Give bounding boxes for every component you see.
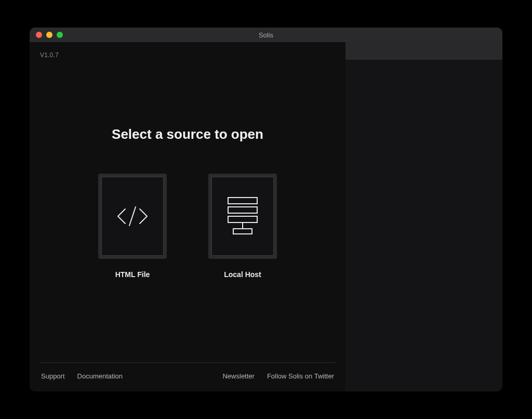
svg-rect-3	[228, 216, 257, 222]
option-card	[98, 174, 167, 259]
svg-line-0	[129, 207, 136, 226]
code-icon	[115, 204, 150, 229]
footer: Support Documentation Newsletter Follow …	[40, 362, 335, 391]
version-label: V1.0.7	[40, 51, 335, 59]
app-window: Solis V1.0.7 Select a source to open	[30, 28, 502, 391]
footer-right: Newsletter Follow Solis on Twitter	[222, 372, 334, 380]
close-window-button[interactable]	[36, 32, 42, 38]
footer-left: Support Documentation	[41, 372, 123, 380]
main-panel: V1.0.7 Select a source to open	[30, 42, 345, 391]
support-link[interactable]: Support	[41, 372, 65, 380]
titlebar[interactable]: Solis	[30, 28, 502, 42]
svg-rect-5	[233, 229, 252, 234]
documentation-link[interactable]: Documentation	[77, 372, 123, 380]
svg-rect-1	[228, 198, 257, 204]
svg-rect-2	[228, 207, 257, 213]
option-card	[208, 174, 277, 259]
maximize-window-button[interactable]	[57, 32, 63, 38]
minimize-window-button[interactable]	[46, 32, 52, 38]
side-panel-tabs[interactable]	[345, 42, 502, 60]
option-label: Local Host	[224, 270, 261, 279]
traffic-lights	[30, 32, 63, 38]
option-label: HTML File	[115, 270, 150, 279]
server-icon	[226, 197, 259, 236]
side-panel	[345, 42, 502, 391]
page-heading: Select a source to open	[112, 126, 263, 142]
window-title: Solis	[30, 31, 502, 39]
option-card-inner	[211, 177, 274, 256]
twitter-link[interactable]: Follow Solis on Twitter	[267, 372, 334, 380]
main-content: Select a source to open	[40, 59, 335, 362]
source-options: HTML File	[98, 174, 277, 279]
option-html-file[interactable]: HTML File	[98, 174, 167, 279]
option-card-inner	[101, 177, 164, 256]
newsletter-link[interactable]: Newsletter	[222, 372, 254, 380]
option-local-host[interactable]: Local Host	[208, 174, 277, 279]
window-body: V1.0.7 Select a source to open	[30, 42, 502, 391]
